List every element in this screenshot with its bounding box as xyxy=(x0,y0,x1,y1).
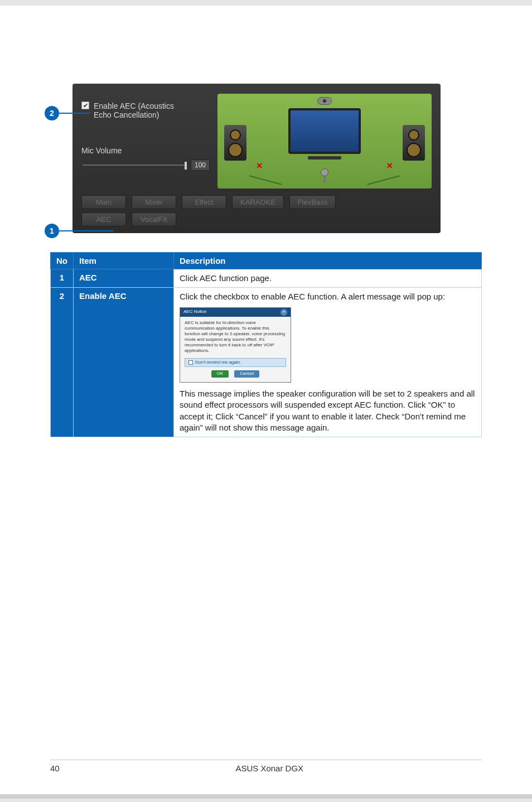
mic-volume-slider[interactable] xyxy=(81,163,186,167)
tab-flexbass[interactable]: FlexBass xyxy=(289,195,336,209)
page-content: 2 1 ✔ Enable AEC (Acoustics Echo Cancell… xyxy=(0,6,532,437)
page-footer: 40 ASUS Xonar DGX . xyxy=(0,760,532,773)
monitor-stand-icon xyxy=(308,156,341,160)
arrow-left-icon xyxy=(249,175,282,185)
microphone-icon xyxy=(319,168,330,183)
screenshot-wrapper: 2 1 ✔ Enable AEC (Acoustics Echo Cancell… xyxy=(72,84,482,233)
page-top-bar xyxy=(0,0,532,6)
tab-vocalfx[interactable]: VocalFX xyxy=(132,212,176,226)
table-header-row: No Item Description xyxy=(51,253,482,269)
tab-main[interactable]: Main xyxy=(81,195,126,209)
webcam-icon xyxy=(317,97,332,105)
monitor-icon xyxy=(288,108,361,154)
dialog-title: AEC Notice xyxy=(183,309,206,315)
page-bottom-bar xyxy=(0,794,532,802)
row1-item: AEC xyxy=(74,269,174,288)
speaker-right-icon xyxy=(403,125,425,161)
callout-1: 1 xyxy=(45,224,59,238)
callout-2: 2 xyxy=(45,106,59,120)
enable-aec-label-line1: Enable AEC (Acoustics xyxy=(94,102,174,110)
x-mark-left-icon: × xyxy=(257,160,263,172)
aec-notice-dialog: AEC Notice × AEC is suitable for bi-dire… xyxy=(180,307,291,383)
speaker-diagram: × × xyxy=(217,94,432,189)
mic-volume-thumb[interactable] xyxy=(185,162,187,170)
row2-desc-bottom: This message implies the speaker configu… xyxy=(180,388,476,433)
x-mark-right-icon: × xyxy=(386,160,393,172)
dialog-close-icon[interactable]: × xyxy=(280,309,287,316)
product-name: ASUS Xonar DGX xyxy=(235,764,303,773)
dialog-dont-remind-label: Don't remind me again. xyxy=(195,360,241,366)
dialog-titlebar: AEC Notice × xyxy=(180,308,291,317)
tab-effect[interactable]: Effect xyxy=(182,195,226,209)
callout-2-line xyxy=(59,113,90,114)
table-row: 1 AEC Click AEC function page. xyxy=(51,269,482,288)
enable-aec-row[interactable]: ✔ Enable AEC (Acoustics Echo Cancellatio… xyxy=(81,102,210,119)
dialog-dont-remind-checkbox[interactable] xyxy=(188,360,193,365)
enable-aec-checkbox[interactable]: ✔ xyxy=(81,102,89,109)
enable-aec-label-line2: Echo Cancellation) xyxy=(94,110,159,119)
tab-strip: Main Mixer Effect KARAOKE FlexBass AEC V… xyxy=(81,195,432,226)
table-row: 2 Enable AEC Click the checkbox to enabl… xyxy=(51,288,482,437)
callout-2-num: 2 xyxy=(50,109,54,118)
speaker-left-icon xyxy=(224,125,246,161)
col-header-desc: Description xyxy=(174,253,482,269)
row2-item: Enable AEC xyxy=(74,288,174,437)
row2-no: 2 xyxy=(51,288,74,437)
audio-panel: ✔ Enable AEC (Acoustics Echo Cancellatio… xyxy=(72,84,441,233)
dialog-dont-remind-row[interactable]: Don't remind me again. xyxy=(185,358,286,368)
callout-1-num: 1 xyxy=(50,226,54,235)
row2-desc: Click the checkbox to enable AEC functio… xyxy=(174,288,482,437)
page-number: 40 xyxy=(50,764,60,773)
tab-aec[interactable]: AEC xyxy=(81,212,126,226)
row1-no: 1 xyxy=(51,269,74,288)
dialog-cancel-button[interactable]: Cancel xyxy=(234,370,259,378)
callout-1-line xyxy=(59,230,114,231)
audio-panel-left: ✔ Enable AEC (Acoustics Echo Cancellatio… xyxy=(81,94,210,171)
col-header-item: Item xyxy=(74,253,174,269)
mic-volume-value: 100 xyxy=(191,160,210,171)
mic-volume-block: Mic Volume 100 xyxy=(81,146,210,171)
col-header-no: No xyxy=(51,253,74,269)
tab-mixer[interactable]: Mixer xyxy=(132,195,176,209)
enable-aec-label: Enable AEC (Acoustics Echo Cancellation) xyxy=(94,102,174,119)
dialog-ok-button[interactable]: OK xyxy=(211,370,229,378)
tab-karaoke[interactable]: KARAOKE xyxy=(232,195,284,209)
row1-desc: Click AEC function page. xyxy=(174,269,482,288)
footer-rule xyxy=(50,760,482,760)
description-table: No Item Description 1 AEC Click AEC func… xyxy=(50,252,482,437)
dialog-body: AEC is suitable for bi-direction voice c… xyxy=(180,317,291,357)
row2-desc-top: Click the checkbox to enable AEC functio… xyxy=(180,291,476,302)
mic-volume-label: Mic Volume xyxy=(81,146,210,155)
arrow-right-icon xyxy=(367,175,400,185)
